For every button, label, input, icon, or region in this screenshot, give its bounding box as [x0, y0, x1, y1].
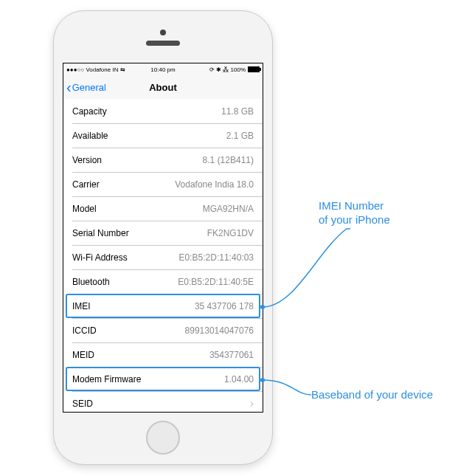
row-bluetooth: Bluetooth E0:B5:2D:11:40:5E	[63, 269, 263, 294]
status-bar: ●●●○○ Vodafone IN ⇆ 10:40 pm ⟳ ✱ ⁂ 100%	[63, 63, 263, 75]
phone-speaker	[146, 41, 180, 46]
chevron-left-icon: ‹	[66, 80, 72, 94]
battery-icon	[248, 66, 260, 72]
row-available: Available 2.1 GB	[63, 123, 263, 148]
callout-baseband: Baseband of your device	[311, 388, 433, 402]
row-version: Version 8.1 (12B411)	[63, 148, 263, 172]
row-capacity: Capacity 11.8 GB	[63, 99, 263, 123]
row-model: Model MGA92HN/A	[63, 196, 263, 221]
chevron-right-icon: ›	[250, 398, 254, 410]
row-meid: MEID 354377061	[63, 342, 263, 367]
row-imei: IMEI 35 437706 178	[63, 294, 263, 318]
row-iccid: ICCID 89913014047076	[63, 318, 263, 342]
info-group: Capacity 11.8 GB Available 2.1 GB Versio…	[63, 99, 263, 412]
phone-camera	[160, 30, 166, 35]
back-label: General	[72, 82, 106, 93]
status-time: 10:40 pm	[148, 66, 178, 73]
nav-bar: ‹ General About	[63, 75, 263, 100]
row-wifi: Wi-Fi Address E0:B5:2D:11:40:03	[63, 245, 263, 269]
row-carrier: Carrier Vodafone India 18.0	[63, 172, 263, 196]
screen: ●●●○○ Vodafone IN ⇆ 10:40 pm ⟳ ✱ ⁂ 100% …	[63, 63, 263, 413]
back-button[interactable]: ‹ General	[63, 80, 106, 94]
status-right: ⟳ ✱ ⁂ 100%	[178, 66, 260, 73]
row-serial: Serial Number FK2NG1DV	[63, 221, 263, 245]
home-button[interactable]	[146, 421, 180, 455]
phone-frame: ●●●○○ Vodafone IN ⇆ 10:40 pm ⟳ ✱ ⁂ 100% …	[53, 10, 273, 465]
content-scroll[interactable]: Capacity 11.8 GB Available 2.1 GB Versio…	[63, 99, 263, 412]
callout-imei: IMEI Number of your iPhone	[319, 199, 390, 227]
row-seid[interactable]: SEID ›	[63, 391, 263, 412]
status-carrier: ●●●○○ Vodafone IN ⇆	[66, 66, 148, 73]
row-modem: Modem Firmware 1.04.00	[63, 367, 263, 391]
